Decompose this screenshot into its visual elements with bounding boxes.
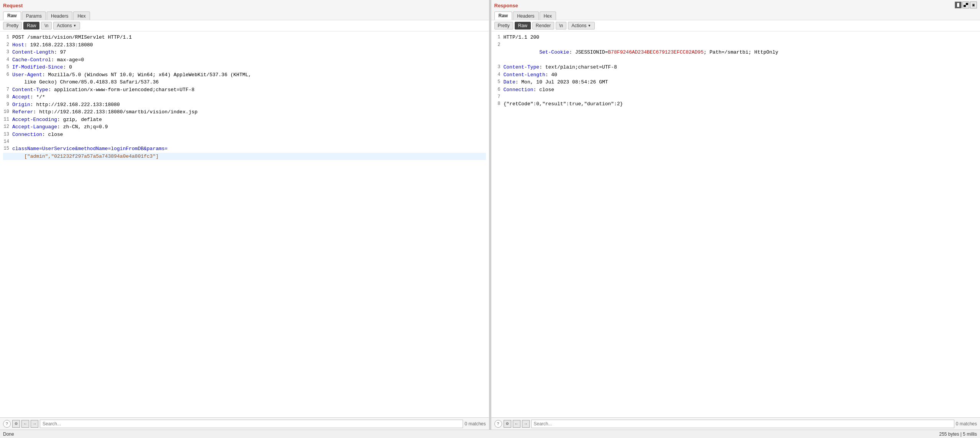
help-button-response[interactable]: ? <box>494 420 502 428</box>
tab-raw-response[interactable]: Raw <box>494 11 512 20</box>
request-line-5: 5 If-Modified-Since: 0 <box>3 64 486 71</box>
request-line-7: 7 Content-Type: application/x-www-form-u… <box>3 86 486 94</box>
request-line-3: 3 Content-Length: 97 <box>3 49 486 56</box>
settings-button-request[interactable]: ⚙ <box>12 420 20 428</box>
settings-button-response[interactable]: ⚙ <box>504 420 511 428</box>
tab-params-request[interactable]: Params <box>22 11 46 20</box>
sub-raw-request[interactable]: Raw <box>23 22 39 29</box>
sub-newline-request[interactable]: \n <box>41 22 52 29</box>
response-panel-header: Response Raw Headers Hex <box>491 0 980 20</box>
request-line-11: 11 Accept-Encoding: gzip, deflate <box>3 116 486 124</box>
request-title: Request <box>3 2 486 10</box>
response-panel: Response Raw Headers Hex Pretty Raw Rend… <box>491 0 980 430</box>
actions-button-response[interactable]: Actions <box>568 22 594 29</box>
request-line-8: 8 Accept: */* <box>3 93 486 101</box>
request-sub-bar: Pretty Raw \n Actions <box>0 20 489 31</box>
response-line-1: 1 HTTP/1.1 200 <box>494 34 977 41</box>
response-line-6: 6 Connection: close <box>494 86 977 94</box>
tab-headers-request[interactable]: Headers <box>47 11 72 20</box>
request-line-15b: ["admin","021232f297a57a5a743894a0e4a801… <box>3 153 486 160</box>
top-icons: ▐▌ ▄▀ ▣ <box>955 2 977 8</box>
sub-newline-response[interactable]: \n <box>556 22 566 29</box>
request-content: 1 POST /smartbi/vision/RMIServlet HTTP/1… <box>0 31 489 417</box>
tab-hex-request[interactable]: Hex <box>73 11 90 20</box>
help-button-request[interactable]: ? <box>3 420 11 428</box>
status-right: 255 bytes | 5 millis <box>939 431 977 437</box>
request-line-10: 10 Referer: http://192.168.222.133:18080… <box>3 108 486 116</box>
request-search-bar: ? ⚙ ← → 0 matches <box>0 417 489 430</box>
response-line-7: 7 <box>494 93 977 100</box>
tab-headers-response[interactable]: Headers <box>513 11 538 20</box>
split-vertical-icon[interactable]: ▐▌ <box>955 2 962 8</box>
request-line-6b: like Gecko) Chrome/85.0.4183.83 Safari/5… <box>3 78 486 86</box>
status-bar: Done 255 bytes | 5 millis <box>0 430 980 438</box>
request-line-2: 2 Host: 192.168.222.133:18080 <box>3 41 486 49</box>
response-search-bar: ? ⚙ ← → 0 matches <box>491 417 980 430</box>
request-line-12: 12 Accept-Language: zh-CN, zh;q=0.9 <box>3 123 486 131</box>
request-line-9: 9 Origin: http://192.168.222.133:18080 <box>3 101 486 109</box>
matches-count-response: 0 matches <box>956 421 977 427</box>
next-match-request[interactable]: → <box>31 420 38 428</box>
tab-hex-response[interactable]: Hex <box>540 11 556 20</box>
actions-button-request[interactable]: Actions <box>53 22 80 29</box>
request-line-4: 4 Cache-Control: max-age=0 <box>3 56 486 64</box>
request-line-13: 13 Connection: close <box>3 131 486 139</box>
response-content: 1 HTTP/1.1 200 2 Set-Cookie: JSESSIONID=… <box>491 31 980 417</box>
response-sub-bar: Pretty Raw Render \n Actions <box>491 20 980 31</box>
matches-count-request: 0 matches <box>465 421 486 427</box>
response-title: Response <box>494 2 977 10</box>
response-line-3: 3 Content-Type: text/plain;charset=UTF-8 <box>494 64 977 71</box>
response-tabs: Raw Headers Hex <box>494 10 977 20</box>
request-line-14: 14 <box>3 138 486 145</box>
search-input-response[interactable] <box>531 420 954 428</box>
request-line-6: 6 User-Agent: Mozilla/5.0 (Windows NT 10… <box>3 71 486 79</box>
response-line-4: 4 Content-Length: 40 <box>494 71 977 79</box>
status-left: Done <box>3 431 14 437</box>
sub-pretty-request[interactable]: Pretty <box>3 22 22 29</box>
request-line-15: 15 className=UserService&methodName=logi… <box>3 145 486 153</box>
sub-raw-response[interactable]: Raw <box>515 22 531 29</box>
unsplit-icon[interactable]: ▣ <box>970 2 977 8</box>
request-panel: Request Raw Params Headers Hex Pretty Ra… <box>0 0 489 430</box>
response-line-5: 5 Date: Mon, 10 Jul 2023 08:54:26 GMT <box>494 78 977 86</box>
response-line-2: 2 Set-Cookie: JSESSIONID=B78F9246AD234BE… <box>494 41 977 64</box>
response-line-8: 8 {"retCode":0,"result":true,"duration":… <box>494 100 977 108</box>
sub-pretty-response[interactable]: Pretty <box>494 22 513 29</box>
request-panel-header: Request Raw Params Headers Hex <box>0 0 489 20</box>
request-tabs: Raw Params Headers Hex <box>3 10 486 20</box>
tab-raw-request[interactable]: Raw <box>3 11 21 20</box>
split-horizontal-icon[interactable]: ▄▀ <box>962 2 969 8</box>
prev-match-request[interactable]: ← <box>21 420 29 428</box>
prev-match-response[interactable]: ← <box>513 420 520 428</box>
sub-render-response[interactable]: Render <box>532 22 554 29</box>
search-input-request[interactable] <box>40 420 463 428</box>
next-match-response[interactable]: → <box>522 420 530 428</box>
request-line-1: 1 POST /smartbi/vision/RMIServlet HTTP/1… <box>3 34 486 41</box>
